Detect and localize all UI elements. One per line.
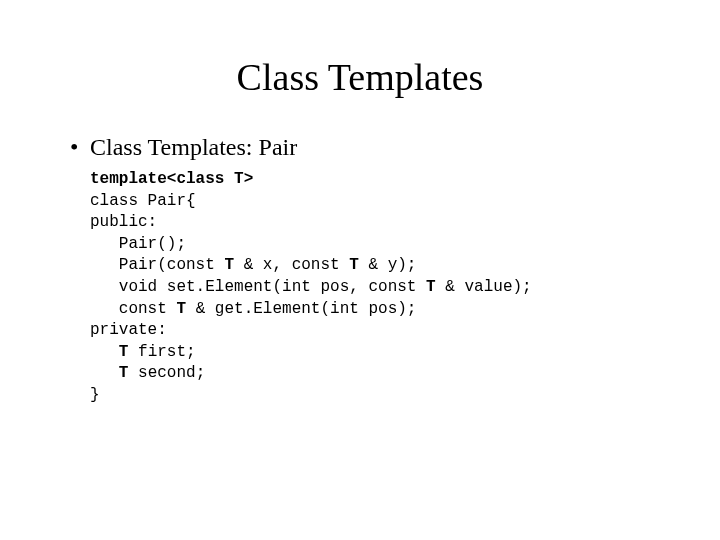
slide: Class Templates •Class Templates: Pair t… — [0, 0, 720, 540]
code-bold: T — [119, 364, 129, 382]
code-bold: T — [224, 256, 234, 274]
code-line: & value); — [436, 278, 532, 296]
bullet-dot-icon: • — [70, 134, 90, 161]
code-bold: T — [426, 278, 436, 296]
code-line: public: — [90, 213, 157, 231]
code-line: Pair(); — [90, 235, 186, 253]
code-line: const — [90, 300, 176, 318]
code-line: Pair(const — [90, 256, 224, 274]
code-line: private: — [90, 321, 167, 339]
code-line: & get.Element(int pos); — [186, 300, 416, 318]
code-block: template<class T> class Pair{ public: Pa… — [90, 169, 660, 407]
code-line: first; — [128, 343, 195, 361]
bullet-text: Class Templates: Pair — [90, 134, 297, 160]
code-line — [90, 364, 119, 382]
code-line: second; — [128, 364, 205, 382]
code-line: class Pair{ — [90, 192, 196, 210]
code-line — [90, 343, 119, 361]
code-line: & y); — [359, 256, 417, 274]
code-bold: T — [176, 300, 186, 318]
slide-title: Class Templates — [60, 55, 660, 99]
code-bold: T — [349, 256, 359, 274]
code-bold: T — [119, 343, 129, 361]
code-line: template<class T> — [90, 170, 253, 188]
code-line: & x, const — [234, 256, 349, 274]
code-line: void set.Element(int pos, const — [90, 278, 426, 296]
code-line: } — [90, 386, 100, 404]
bullet-item: •Class Templates: Pair — [70, 134, 660, 161]
